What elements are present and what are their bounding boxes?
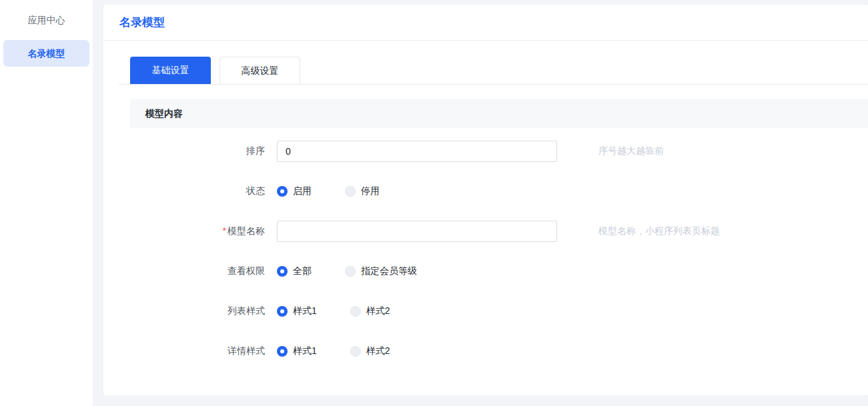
sidebar-item-1[interactable]: 名录模型 [3, 40, 89, 67]
field-label: 状态 [130, 185, 265, 197]
tab-label: 高级设置 [242, 65, 279, 76]
form-row: 排序 序号越大越靠前 [130, 131, 868, 171]
radio-option-label: 停用 [361, 185, 380, 197]
field-label-text: 列表样式 [228, 305, 265, 316]
field-control: 全部 指定会员等级 [277, 265, 417, 277]
tab-1[interactable]: 高级设置 [220, 57, 300, 84]
radio-dot [280, 269, 284, 273]
tab-label: 基础设置 [152, 65, 189, 75]
text-input[interactable] [277, 141, 557, 162]
main-panel: 名录模型 基础设置 高级设置 模型内容 排序 序号越大越靠前 状态 启用 停用 … [103, 5, 868, 395]
page-header: 名录模型 [103, 5, 868, 41]
field-label: 详情样式 [130, 345, 265, 357]
field-hint: 模型名称，小程序列表页标题 [598, 225, 720, 237]
form-row: 详情样式 样式1 样式2 [130, 331, 868, 371]
radio-option[interactable]: 样式1 [277, 345, 317, 357]
radio-option-label: 样式1 [293, 345, 317, 357]
radio-option-label: 全部 [293, 265, 312, 277]
radio-icon [277, 186, 288, 197]
radio-icon [277, 306, 288, 317]
sidebar-item-label: 名录模型 [28, 48, 65, 59]
radio-option-label: 指定会员等级 [361, 265, 417, 277]
radio-option-label: 启用 [293, 185, 312, 197]
tab-0[interactable]: 基础设置 [130, 57, 211, 84]
radio-icon [277, 266, 288, 277]
field-label-text: 模型名称 [228, 225, 265, 236]
field-control: 样式1 样式2 [277, 305, 390, 317]
radio-option[interactable]: 停用 [345, 185, 380, 197]
form-row: 查看权限 全部 指定会员等级 [130, 251, 868, 291]
field-control: 模型名称，小程序列表页标题 [277, 221, 720, 242]
radio-option[interactable]: 样式1 [277, 305, 317, 317]
tab-bar: 基础设置 高级设置 [119, 57, 868, 85]
page-title: 名录模型 [119, 15, 165, 30]
radio-icon [345, 266, 356, 277]
field-control: 序号越大越靠前 [277, 141, 664, 162]
radio-dot [280, 349, 284, 353]
field-control: 样式1 样式2 [277, 345, 390, 357]
radio-dot [280, 309, 284, 313]
radio-option-label: 样式2 [366, 305, 390, 317]
radio-dot [280, 189, 284, 193]
radio-option[interactable]: 样式2 [350, 345, 390, 357]
field-hint: 序号越大越靠前 [598, 145, 664, 157]
field-label-text: 排序 [246, 145, 265, 156]
required-mark: * [223, 225, 226, 236]
radio-icon [350, 346, 361, 357]
sidebar: 应用中心 名录模型 [0, 0, 93, 406]
field-label: 查看权限 [130, 265, 265, 277]
sidebar-item-label: 应用中心 [28, 15, 65, 25]
settings-form: 排序 序号越大越靠前 状态 启用 停用 *模型名称 模型名称，小程序列表页标题 … [130, 131, 868, 371]
form-row: 状态 启用 停用 [130, 171, 868, 211]
radio-option[interactable]: 启用 [277, 185, 312, 197]
radio-option-label: 样式2 [366, 345, 390, 357]
radio-option-label: 样式1 [293, 305, 317, 317]
field-control: 启用 停用 [277, 185, 380, 197]
field-label-text: 查看权限 [228, 265, 265, 276]
radio-option[interactable]: 指定会员等级 [345, 265, 417, 277]
form-row: *模型名称 模型名称，小程序列表页标题 [130, 211, 868, 251]
field-label: 列表样式 [130, 305, 265, 317]
field-label-text: 详情样式 [228, 345, 265, 356]
field-label: 排序 [130, 145, 265, 157]
form-row: 列表样式 样式1 样式2 [130, 291, 868, 331]
radio-option[interactable]: 全部 [277, 265, 312, 277]
section-title: 模型内容 [145, 108, 183, 119]
section-header: 模型内容 [130, 99, 868, 128]
field-label-text: 状态 [246, 185, 265, 196]
sidebar-item-0[interactable]: 应用中心 [3, 7, 89, 33]
radio-option[interactable]: 样式2 [350, 305, 390, 317]
field-label: *模型名称 [130, 225, 265, 237]
radio-icon [277, 346, 288, 357]
radio-icon [350, 306, 361, 317]
text-input[interactable] [277, 221, 557, 242]
radio-icon [345, 186, 356, 197]
